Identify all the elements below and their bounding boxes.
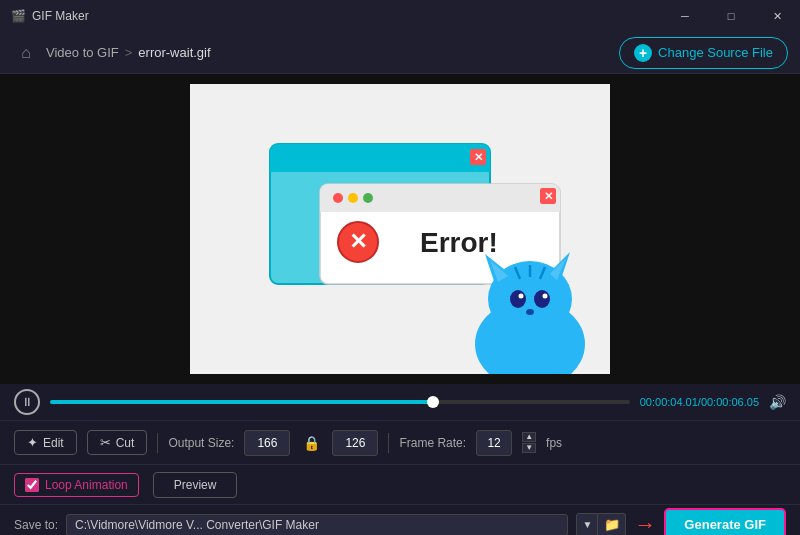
maximize-button[interactable]: □ [708, 0, 754, 32]
loop-animation-wrapper[interactable]: Loop Animation [14, 473, 139, 497]
nav-bar: ⌂ Video to GIF > error-wait.gif + Change… [0, 32, 800, 74]
svg-point-25 [519, 294, 524, 299]
svg-text:✕: ✕ [349, 229, 367, 254]
edit-icon: ✦ [27, 435, 38, 450]
cut-button[interactable]: ✂ Cut [87, 430, 148, 455]
gif-preview: ✕ ✕ ✕ Error! [190, 84, 610, 374]
loop-row: Loop Animation Preview [0, 464, 800, 504]
video-area: ✕ ✕ ✕ Error! [0, 74, 800, 384]
app-title: GIF Maker [32, 9, 89, 23]
fps-down-button[interactable]: ▼ [522, 443, 536, 453]
output-size-label: Output Size: [168, 436, 234, 450]
gif-frame: ✕ ✕ ✕ Error! [190, 84, 610, 374]
seek-bar[interactable] [50, 400, 630, 404]
loop-animation-checkbox[interactable] [25, 478, 39, 492]
breadcrumb: Video to GIF > error-wait.gif [46, 45, 211, 60]
svg-point-26 [543, 294, 548, 299]
arrow-indicator: → [634, 512, 656, 536]
folder-dropdown: ▼ 📁 [576, 513, 626, 536]
fps-up-button[interactable]: ▲ [522, 432, 536, 442]
svg-text:✕: ✕ [544, 190, 553, 202]
height-input[interactable] [332, 430, 378, 456]
svg-text:✕: ✕ [474, 151, 483, 163]
divider-2 [388, 433, 389, 453]
fps-unit-label: fps [546, 436, 562, 450]
svg-text:Error!: Error! [420, 227, 498, 258]
generate-gif-button[interactable]: Generate GIF [664, 508, 786, 535]
breadcrumb-parent: Video to GIF [46, 45, 119, 60]
home-button[interactable]: ⌂ [12, 39, 40, 67]
preview-button[interactable]: Preview [153, 472, 238, 498]
svg-rect-3 [270, 158, 490, 172]
volume-icon[interactable]: 🔊 [769, 394, 786, 410]
breadcrumb-current: error-wait.gif [138, 45, 210, 60]
preview-label: Preview [174, 478, 217, 492]
edit-button[interactable]: ✦ Edit [14, 430, 77, 455]
change-source-label: Change Source File [658, 45, 773, 60]
app-icon: 🎬 [10, 8, 26, 24]
dropdown-arrow-button[interactable]: ▼ [576, 513, 598, 536]
browse-folder-button[interactable]: 📁 [598, 513, 626, 536]
title-bar: 🎬 GIF Maker ─ □ ✕ [0, 0, 800, 32]
fps-spinner: ▲ ▼ [522, 432, 536, 453]
svg-point-10 [348, 193, 358, 203]
options-bar: ✦ Edit ✂ Cut Output Size: 🔒 Frame Rate: … [0, 420, 800, 464]
divider-1 [157, 433, 158, 453]
svg-point-27 [526, 309, 534, 315]
fps-input[interactable] [476, 430, 512, 456]
change-source-button[interactable]: + Change Source File [619, 37, 788, 69]
svg-point-24 [534, 290, 550, 308]
svg-point-9 [333, 193, 343, 203]
close-button[interactable]: ✕ [754, 0, 800, 32]
cut-icon: ✂ [100, 435, 111, 450]
edit-label: Edit [43, 436, 64, 450]
controls-bar: ⏸ 00:00:04.01/00:00:06.05 🔊 [0, 384, 800, 420]
lock-button[interactable]: 🔒 [300, 432, 322, 454]
window-controls: ─ □ ✕ [662, 0, 800, 32]
frame-rate-label: Frame Rate: [399, 436, 466, 450]
minimize-button[interactable]: ─ [662, 0, 708, 32]
seek-thumb[interactable] [427, 396, 439, 408]
play-pause-button[interactable]: ⏸ [14, 389, 40, 415]
save-bar: Save to: C:\Vidmore\Vidmore V... Convert… [0, 504, 800, 535]
svg-point-23 [510, 290, 526, 308]
seek-progress [50, 400, 433, 404]
loop-animation-label: Loop Animation [45, 478, 128, 492]
time-display: 00:00:04.01/00:00:06.05 [640, 396, 759, 408]
plus-icon: + [634, 44, 652, 62]
breadcrumb-sep: > [125, 45, 133, 60]
save-path: C:\Vidmore\Vidmore V... Converter\GIF Ma… [66, 514, 568, 536]
save-to-label: Save to: [14, 518, 58, 532]
cut-label: Cut [116, 436, 135, 450]
width-input[interactable] [244, 430, 290, 456]
svg-point-11 [363, 193, 373, 203]
